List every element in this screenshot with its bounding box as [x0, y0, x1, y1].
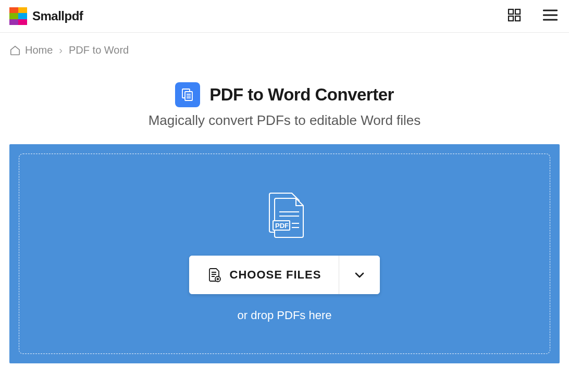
hamburger-menu-icon[interactable] — [543, 9, 558, 23]
choose-files-button[interactable]: CHOOSE FILES — [189, 256, 339, 294]
tool-icon — [175, 82, 200, 107]
home-icon — [9, 45, 21, 56]
file-add-icon — [207, 267, 222, 283]
breadcrumb-home-label: Home — [25, 44, 53, 56]
header: Smallpdf — [0, 0, 569, 33]
dropzone-inner: PDF CHOOSE FILES — [19, 154, 550, 354]
breadcrumb-current: PDF to Word — [69, 44, 129, 56]
svg-text:PDF: PDF — [275, 222, 289, 230]
pdf-stack-icon: PDF — [262, 191, 307, 242]
breadcrumb: Home › PDF to Word — [0, 33, 569, 68]
svg-rect-2 — [509, 16, 513, 21]
breadcrumb-separator: › — [59, 44, 63, 56]
page-subtitle: Magically convert PDFs to editable Word … — [0, 112, 569, 129]
choose-files-label: CHOOSE FILES — [230, 268, 321, 282]
dropzone[interactable]: PDF CHOOSE FILES — [9, 144, 560, 363]
drop-hint: or drop PDFs here — [238, 309, 332, 322]
svg-rect-1 — [515, 9, 520, 14]
chevron-down-icon — [354, 269, 365, 281]
svg-rect-0 — [509, 9, 513, 14]
apps-grid-icon[interactable] — [508, 8, 521, 24]
title-section: PDF to Word Converter Magically convert … — [0, 82, 569, 129]
logo[interactable]: Smallpdf — [9, 7, 83, 25]
brand-name: Smallpdf — [32, 9, 83, 23]
header-actions — [508, 8, 560, 24]
svg-rect-3 — [515, 16, 520, 21]
logo-mark-icon — [9, 7, 27, 25]
breadcrumb-home[interactable]: Home — [9, 44, 53, 56]
page-title: PDF to Word Converter — [209, 85, 394, 105]
choose-files-dropdown-button[interactable] — [339, 256, 380, 294]
choose-files-group: CHOOSE FILES — [189, 256, 380, 294]
